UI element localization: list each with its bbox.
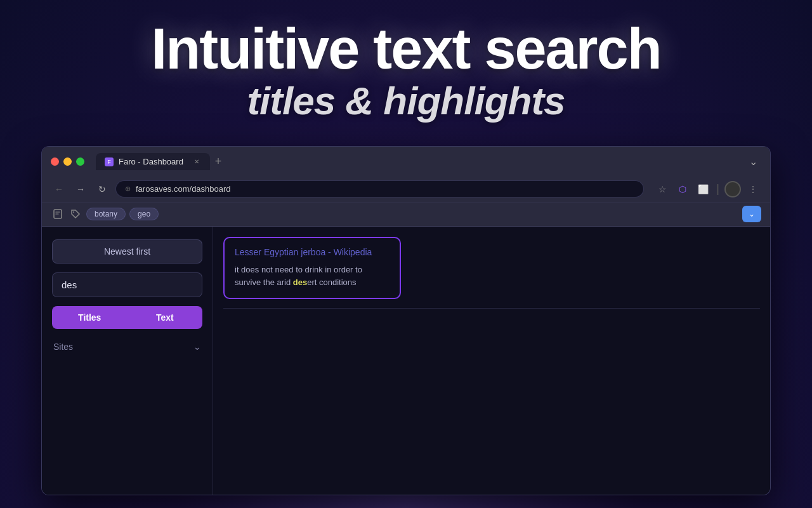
result-text-after: ert conditions [307,277,356,287]
browser-chrome: F Faro - Dashboard ✕ + ⌄ ← → ↻ ⊕ farosav… [42,147,770,227]
text-tab[interactable]: Text [128,306,203,329]
app-content: Newest first Titles Text Sites ⌄ Lesser … [42,227,770,495]
tag-icon[interactable] [69,207,82,221]
minimize-button[interactable] [63,157,72,166]
divider-line: | [715,182,721,196]
address-bar: ← → ↻ ⊕ farosaves.com/dashboard ☆ ⬡ ⬜ | … [42,177,770,203]
hero-title: Intuitive text search [38,19,774,79]
maximize-button[interactable] [76,157,84,166]
tab-close-icon[interactable]: ✕ [192,157,201,166]
close-button[interactable] [51,157,59,166]
tab-label: Faro - Dashboard [119,157,183,166]
browser-actions: ☆ ⬡ ⬜ | ⋮ [654,181,761,197]
svg-point-1 [73,211,74,213]
bookmark-button[interactable]: ☆ [654,181,671,197]
profile-button[interactable] [724,181,741,197]
tag-geo[interactable]: geo [129,208,159,220]
hero-subtitle: titles & highlights [38,79,774,123]
results-divider [223,308,760,309]
url-security-icon: ⊕ [125,185,131,193]
expand-button[interactable]: ⌄ [742,206,761,222]
tag-botany[interactable]: botany [86,208,126,220]
active-tab[interactable]: F Faro - Dashboard ✕ [96,153,210,170]
search-tab-group: Titles Text [52,306,202,329]
hero-section: Intuitive text search titles & highlight… [0,0,812,135]
url-bar[interactable]: ⊕ farosaves.com/dashboard [115,180,644,197]
url-text: farosaves.com/dashboard [136,184,231,194]
title-bar: F Faro - Dashboard ✕ + ⌄ [42,147,770,177]
extensions-button[interactable]: ⬜ [695,181,711,197]
tab-menu-button[interactable]: ⌄ [745,154,761,170]
result-text-highlight: des [293,277,307,287]
reload-button[interactable]: ↻ [94,181,110,197]
result-card[interactable]: Lesser Egyptian jerboa - Wikipedia it do… [223,237,401,299]
sort-button[interactable]: Newest first [52,239,202,264]
sites-chevron-icon: ⌄ [193,342,201,352]
new-tab-button[interactable]: + [210,154,226,170]
titles-tab[interactable]: Titles [52,306,128,329]
traffic-lights [51,157,84,166]
sidebar: Newest first Titles Text Sites ⌄ [42,227,213,495]
tab-bar: F Faro - Dashboard ✕ + [96,153,738,170]
result-title: Lesser Egyptian jerboa - Wikipedia [235,247,390,257]
forward-button[interactable]: → [72,181,89,197]
back-button[interactable]: ← [51,181,67,197]
extension-bar: botany geo ⌄ [42,203,770,226]
search-input[interactable] [52,272,202,297]
menu-button[interactable]: ⋮ [745,181,761,197]
main-area: Lesser Egyptian jerboa - Wikipedia it do… [213,227,770,495]
tab-favicon: F [105,157,114,166]
bookmarks-icon[interactable] [51,207,65,221]
sites-label: Sites [53,342,73,352]
extension-faro-button[interactable]: ⬡ [674,181,691,197]
browser-window: F Faro - Dashboard ✕ + ⌄ ← → ↻ ⊕ farosav… [41,146,771,495]
result-text: it does not need to drink in order to su… [235,264,390,289]
sites-section[interactable]: Sites ⌄ [52,338,202,356]
